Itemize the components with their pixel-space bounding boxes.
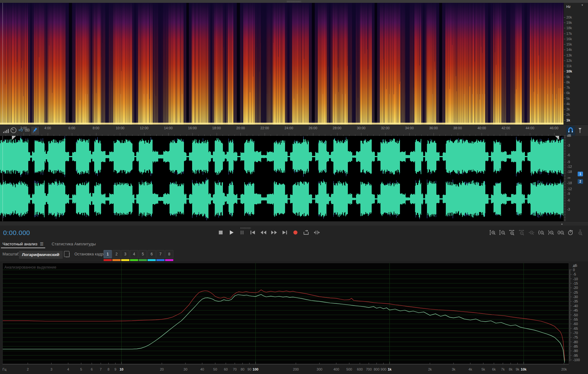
y-axis-unit: дБ [573, 264, 577, 267]
channel-badge-1[interactable]: 1 [578, 172, 583, 176]
waveform-image[interactable] [0, 136, 564, 221]
timeline-label: 44:00 [526, 126, 534, 130]
x-axis-label: 9 [114, 367, 116, 371]
analysis-controls: Масштаб: Логарифмический ▼ Остановка кад… [0, 248, 588, 261]
waveform-view[interactable]: dB-3-6-9-12-18-∞-18-12-9-6-3 12 [0, 136, 588, 221]
zoom-full-button[interactable] [577, 228, 584, 237]
ruler-tick [564, 82, 565, 83]
zoom-in-vertical-button[interactable] [489, 228, 496, 237]
pin-button[interactable] [31, 126, 40, 135]
hold-color-bar [104, 259, 112, 261]
gain-unit: dB [25, 128, 30, 132]
x-axis-label: 8 [108, 367, 110, 371]
ruler-tick [564, 109, 565, 110]
analysis-tabs: Частотный анализ☰ Статистика Амплитуды [0, 240, 588, 248]
zoom-out-horizontal-button[interactable] [518, 228, 525, 237]
copy-frame-icon[interactable] [64, 251, 69, 257]
hold-button-7[interactable]: 7 [156, 250, 165, 258]
frequency-ruler-label: 13k [566, 53, 572, 57]
frequency-ruler-label: 7k [566, 86, 570, 89]
hold-button-1[interactable]: 1 [104, 250, 112, 258]
playhead-line[interactable] [3, 3, 3, 125]
zoom-out-vertical-button[interactable] [499, 228, 506, 237]
marker-icon[interactable] [576, 126, 584, 135]
panel-menu-icon[interactable]: ☰ [40, 242, 44, 246]
zoom-reset-button[interactable] [528, 228, 535, 237]
timeline-label: 4:00 [44, 126, 51, 130]
knob-icon[interactable] [10, 127, 17, 134]
zoom-out-point-button[interactable] [548, 228, 554, 237]
hold-button-3[interactable]: 3 [121, 250, 129, 258]
rewind-button[interactable] [260, 228, 267, 237]
tab-frequency-analysis[interactable]: Частотный анализ☰ [3, 242, 44, 247]
stop-button[interactable] [217, 228, 224, 237]
timeline-ruler[interactable]: 2:004:006:008:0010:0012:0014:0016:0018:0… [0, 125, 588, 136]
frequency-ruler-label: 3k [566, 107, 570, 111]
spectrogram-view[interactable]: Hz 20k19k18k17k16k15k14k13k12k11k10k9k8k… [0, 3, 588, 125]
frequency-ruler-label: 10k [566, 69, 572, 73]
timeline-label: 8:00 [93, 126, 99, 130]
loop-button[interactable] [303, 228, 310, 237]
hold-color-bar [148, 259, 156, 261]
hold-color-bar [165, 259, 173, 261]
play-button[interactable] [228, 228, 235, 237]
record-button[interactable] [292, 228, 299, 237]
tab-amplitude-statistics[interactable]: Статистика Амплитуды [52, 242, 96, 247]
channel-badge-2[interactable]: 2 [578, 179, 583, 184]
scroll-up-icon[interactable]: ▲ [561, 222, 563, 225]
ruler-tick [564, 66, 565, 66]
x-axis-label: 400 [333, 367, 339, 371]
zoom-selection-button[interactable] [557, 228, 564, 237]
frequency-ruler-label: 16k [566, 37, 572, 41]
amplitude-ruler-ticks [564, 136, 566, 221]
horizontal-scrollbar[interactable]: ▲ [0, 221, 588, 226]
timeline-label: 42:00 [501, 126, 510, 130]
chevron-down-icon[interactable]: ▾ [581, 3, 583, 7]
gain-value[interactable]: +0 [18, 128, 23, 132]
zoom-in-point-button[interactable] [538, 228, 545, 237]
x-axis-label: 70 [233, 367, 237, 371]
x-axis-label: 800 [374, 367, 379, 371]
frequency-analysis-plot[interactable]: Анализированное выделениеГц2345678910203… [0, 261, 588, 374]
hold-button-5[interactable]: 5 [139, 250, 147, 258]
scale-value: Логарифмический [22, 252, 59, 257]
hold-button-2[interactable]: 2 [112, 250, 121, 258]
timecode-display[interactable]: 0:00.000 [3, 229, 30, 237]
ruler-tick [564, 71, 565, 72]
amplitude-ruler[interactable]: dB-3-6-9-12-18-∞-18-12-9-6-3 12 [564, 136, 588, 221]
spectrogram-image[interactable] [0, 3, 564, 125]
frequency-ruler-unit: Hz [566, 5, 570, 8]
fade-out-handle[interactable] [555, 136, 559, 140]
move-playhead-button[interactable] [313, 228, 320, 237]
y-axis-label: 0 [573, 268, 575, 272]
timeline-label: 34:00 [405, 126, 414, 130]
pause-button[interactable] [239, 228, 245, 237]
frequency-ruler[interactable]: Hz 20k19k18k17k16k15k14k13k12k11k10k9k8k… [564, 3, 588, 125]
fast-forward-button[interactable] [271, 228, 278, 237]
x-axis-label: 3 [51, 367, 52, 371]
hold-button-4[interactable]: 4 [130, 250, 138, 258]
skip-start-button[interactable] [249, 228, 256, 237]
amplitude-ruler-label: -3 [567, 207, 570, 211]
skip-end-button[interactable] [281, 228, 288, 237]
playhead-line-waveform[interactable] [3, 136, 3, 221]
hold-color-bar [139, 259, 147, 261]
fade-in-handle[interactable] [12, 136, 16, 140]
zoom-in-horizontal-button[interactable] [509, 228, 515, 237]
y-axis-label: -45 [573, 308, 578, 312]
x-axis-label: 700 [366, 367, 372, 371]
x-axis-label: 10 [120, 367, 123, 371]
tab-label: Статистика Амплитуды [52, 242, 96, 246]
x-axis-label: 30 [184, 367, 187, 371]
amplitude-ruler-label: -∞ [567, 176, 571, 179]
timeline-label: 6:00 [68, 126, 75, 130]
restore-zoom-button[interactable] [567, 228, 574, 237]
transport-bar: 0:00.000 [0, 226, 588, 241]
scale-select[interactable]: Логарифмический ▼ [19, 250, 63, 259]
panel-drag-bar[interactable] [0, 0, 588, 3]
hold-button-8[interactable]: 8 [165, 250, 173, 258]
y-axis-label: -70 [573, 331, 578, 335]
y-axis-label: -85 [573, 345, 578, 348]
timeline-label: 26:00 [309, 126, 317, 130]
hold-button-6[interactable]: 6 [148, 250, 156, 258]
